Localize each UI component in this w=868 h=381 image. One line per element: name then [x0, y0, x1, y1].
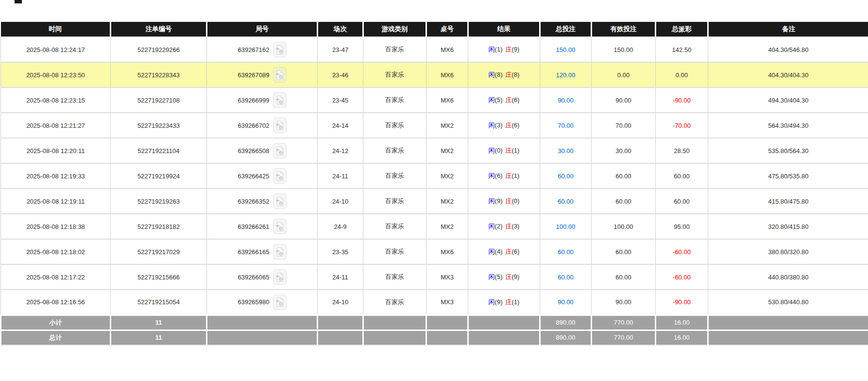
video-replay-icon[interactable] — [273, 193, 287, 209]
table-row[interactable]: 2025-08-08 12:16:56522719215054639265980… — [1, 290, 868, 315]
banker-result-score: (9) — [512, 46, 520, 53]
video-file-glyph — [275, 196, 284, 207]
cell-valid-bet: 0.00 — [592, 62, 656, 87]
video-replay-icon[interactable] — [273, 269, 287, 285]
cell-payout: -90.00 — [656, 87, 708, 113]
footer-empty-cell — [708, 330, 868, 345]
cell-remark: 404.30/546.80 — [708, 37, 868, 62]
cell-time: 2025-08-08 12:18:02 — [1, 239, 111, 264]
player-result-score: (1) — [495, 46, 503, 53]
cell-table-no: MX6 — [426, 239, 468, 264]
col-header-table-no: 桌号 — [426, 22, 468, 37]
cell-game-type: 百家乐 — [363, 239, 426, 264]
banker-result-label: 庄 — [506, 96, 512, 104]
video-replay-icon[interactable] — [273, 294, 287, 310]
player-result-label: 闲 — [489, 96, 495, 104]
table-row[interactable]: 2025-08-08 12:20:11522719221104639266508… — [1, 138, 868, 163]
video-replay-icon[interactable] — [273, 118, 287, 133]
bet-records-table: 时间 注单编号 局号 场次 游戏类别 桌号 结果 总投注 有效投注 总派彩 备注… — [0, 22, 868, 346]
player-result-label: 闲 — [489, 46, 495, 53]
table-row[interactable]: 2025-08-08 12:23:50522719228343639267089… — [1, 62, 868, 87]
cell-bet-id: 522719229266 — [111, 37, 207, 62]
cell-game-no: 639266065 — [207, 264, 318, 290]
video-replay-icon[interactable] — [273, 92, 287, 108]
cell-valid-bet: 60.00 — [592, 264, 656, 290]
table-row[interactable]: 2025-08-08 12:23:15522719227108639266999… — [1, 87, 868, 113]
cell-bet-id: 522719215666 — [111, 264, 207, 290]
cell-valid-bet: 100.00 — [592, 214, 656, 239]
cell-bet-id: 522719228343 — [111, 62, 207, 87]
col-header-game-no: 局号 — [207, 22, 318, 37]
cell-result: 闲(4)庄(6) — [468, 239, 540, 264]
player-result-score: (9) — [495, 197, 503, 205]
game-no-value: 639266065 — [238, 274, 269, 281]
cell-game-no: 639266702 — [207, 113, 318, 138]
banker-result-label: 庄 — [506, 223, 512, 230]
table-row[interactable]: 2025-08-08 12:24:17522719229266639267162… — [1, 37, 868, 62]
player-result-label: 闲 — [489, 298, 495, 306]
player-result-label: 闲 — [489, 223, 495, 230]
footer-payout: 16.00 — [656, 330, 708, 345]
cell-payout: 95.00 — [656, 214, 708, 239]
cell-session: 24-12 — [318, 138, 363, 163]
table-header-row: 时间 注单编号 局号 场次 游戏类别 桌号 结果 总投注 有效投注 总派彩 备注 — [1, 22, 868, 37]
table-row[interactable]: 2025-08-08 12:21:27522719223433639266702… — [1, 113, 868, 138]
player-result-score: (0) — [495, 147, 503, 154]
video-replay-icon[interactable] — [273, 219, 287, 234]
table-row[interactable]: 2025-08-08 12:19:11522719219263639266352… — [1, 189, 868, 214]
video-replay-icon[interactable] — [273, 168, 287, 184]
banker-result-score: (1) — [512, 172, 520, 179]
cell-payout: 142.50 — [656, 37, 708, 62]
cell-table-no: MX6 — [426, 37, 468, 62]
game-no-value: 639266165 — [238, 248, 269, 256]
cell-payout: 60.00 — [656, 189, 708, 214]
table-row[interactable]: 2025-08-08 12:18:38522719218182639266261… — [1, 214, 868, 239]
cell-time: 2025-08-08 12:18:38 — [1, 214, 111, 239]
player-result-label: 闲 — [489, 121, 495, 129]
player-result-score: (2) — [495, 223, 503, 230]
table-row[interactable]: 2025-08-08 12:19:33522719219924639266425… — [1, 163, 868, 189]
table-row[interactable]: 2025-08-08 12:17:22522719215666639266065… — [1, 264, 868, 290]
cell-total-bet: 60.00 — [540, 239, 592, 264]
cell-remark: 475.80/535.80 — [708, 163, 868, 189]
banker-result-label: 庄 — [506, 273, 512, 280]
cell-session: 24-10 — [318, 189, 363, 214]
video-file-glyph — [275, 70, 284, 80]
grand-total-row: 总计11890.00770.0016.00 — [1, 330, 868, 345]
banker-result-score: (6) — [512, 121, 520, 129]
player-result-label: 闲 — [489, 273, 495, 280]
cell-session: 23-35 — [318, 239, 363, 264]
cell-session: 23-45 — [318, 87, 363, 113]
banker-result-score: (9) — [512, 273, 520, 280]
cell-time: 2025-08-08 12:23:15 — [1, 87, 111, 113]
footer-empty-cell — [318, 315, 363, 330]
cell-total-bet: 120.00 — [540, 62, 592, 87]
player-result-score: (5) — [495, 273, 503, 280]
cell-remark: 415.80/475.80 — [708, 189, 868, 214]
cell-valid-bet: 70.00 — [592, 113, 656, 138]
cell-table-no: MX3 — [426, 290, 468, 315]
table-footer: 小计11890.00770.0016.00总计11890.00770.0016.… — [1, 315, 868, 345]
table-row[interactable]: 2025-08-08 12:18:02522719217029639266165… — [1, 239, 868, 264]
cell-result: 闲(6)庄(1) — [468, 163, 540, 189]
video-replay-icon[interactable] — [273, 42, 287, 57]
video-replay-icon[interactable] — [273, 143, 287, 158]
footer-empty-cell — [363, 315, 426, 330]
game-no-value: 639266508 — [238, 147, 269, 155]
video-file-glyph — [275, 171, 284, 181]
video-replay-icon[interactable] — [273, 67, 287, 83]
cell-result: 闲(0)庄(1) — [468, 138, 540, 163]
cell-valid-bet: 150.00 — [592, 37, 656, 62]
footer-total-bet: 890.00 — [540, 330, 592, 345]
cell-remark: 320.80/415.80 — [708, 214, 868, 239]
cell-remark: 380.80/320.80 — [708, 239, 868, 264]
video-replay-icon[interactable] — [273, 244, 287, 260]
cell-game-type: 百家乐 — [363, 87, 426, 113]
table-body: 2025-08-08 12:24:17522719229266639267162… — [1, 37, 868, 315]
cell-valid-bet: 60.00 — [592, 189, 656, 214]
footer-label: 小计 — [1, 315, 111, 330]
col-header-valid-bet: 有效投注 — [592, 22, 656, 37]
footer-row-count: 11 — [111, 330, 207, 345]
cell-result: 闲(5)庄(6) — [468, 87, 540, 113]
footer-empty-cell — [363, 330, 426, 345]
